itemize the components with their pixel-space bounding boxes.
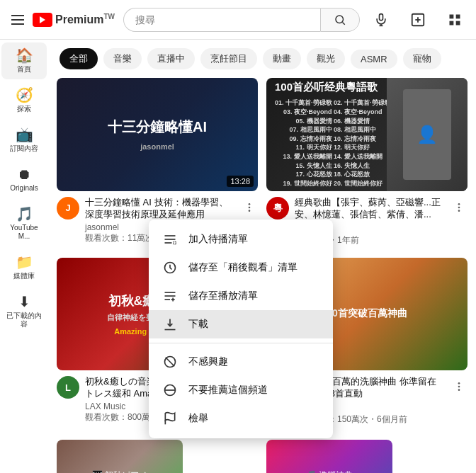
thumb-text-v6: 🎵 洗腦神曲 — [266, 440, 392, 473]
microphone-icon — [374, 13, 388, 27]
filter-tab-animation[interactable]: 動畫 — [263, 48, 301, 69]
menu-item-save-playlist-label: 儲存至播放清單 — [188, 290, 258, 302]
avatar-placeholder-v2: 粵 — [266, 197, 289, 220]
more-icon-v1 — [244, 202, 255, 213]
not-interested-icon — [163, 355, 177, 369]
video-card-v5[interactable]: 🎹 初秋ピアノ L 癒しピアノの爽やかな初秋 心の回復/リラックス効果/めまい/… — [57, 440, 258, 473]
video-more-v1[interactable] — [241, 197, 258, 214]
filter-tab-music[interactable]: 音樂 — [103, 48, 142, 69]
svg-point-14 — [249, 210, 251, 212]
menu-item-add-queue-label: 加入待播清單 — [188, 233, 248, 246]
more-icon-v2 — [453, 202, 465, 213]
sidebar-item-subscriptions[interactable]: 📺 訂閱內容 — [1, 122, 47, 159]
menu-item-download-label: 下載 — [188, 318, 208, 331]
sidebar-media-label: 媒體庫 — [13, 272, 35, 280]
queue-icon — [163, 232, 177, 246]
menu-item-save-later[interactable]: 儲存至「稍後觀看」清單 — [149, 253, 333, 282]
video-title-v1: 十三分鐘略懂 AI 技術：機器學習、深度學習技術原理及延伸應用 — [85, 197, 235, 221]
clock-icon — [163, 261, 177, 275]
queue-svg — [163, 232, 177, 246]
microphone-button[interactable] — [368, 7, 394, 33]
duration-badge-v1: 13:28 — [227, 176, 254, 187]
channel-avatar-v2: 粵 — [266, 197, 289, 220]
youtube-logo-icon — [33, 13, 52, 27]
svg-rect-2 — [380, 13, 383, 20]
video-thumbnail-v2[interactable]: 100首必听经典粵語歌 01. 十千萬首·勞碌歌 02. 十千萬首·勞碌歌 03… — [266, 78, 468, 191]
sidebar-item-downloads[interactable]: ⬇ 已下載的內容 — [1, 289, 47, 334]
bottom-video-grid: 🎹 初秋ピアノ L 癒しピアノの爽やかな初秋 心の回復/リラックス効果/めまい/… — [48, 440, 476, 473]
avatar-placeholder-v1: J — [57, 197, 79, 220]
grid-icon — [448, 13, 462, 27]
menu-item-save-playlist[interactable]: 儲存至播放清單 — [149, 282, 333, 310]
clock-svg — [163, 261, 177, 275]
sidebar-item-originals[interactable]: ⏺ Originals — [1, 161, 47, 198]
filter-tabs: 全部 音樂 直播中 烹飪節目 動畫 觀光 ASMR 寵物 — [48, 40, 476, 78]
sidebar-item-media[interactable]: 📁 媒體庫 — [1, 249, 47, 286]
menu-button[interactable] — [8, 12, 27, 28]
sidebar-downloads-label: 已下載的內容 — [4, 312, 44, 329]
logo[interactable]: PremiumTW — [33, 13, 115, 27]
video-thumbnail-v1[interactable]: 十三分鐘略懂AI jasonmel 13:28 — [57, 78, 258, 191]
svg-point-12 — [249, 203, 251, 205]
menu-item-dont-recommend[interactable]: 不要推薦這個頻道 — [149, 376, 333, 404]
menu-item-report[interactable]: 檢舉 — [149, 404, 333, 433]
search-bar — [123, 8, 360, 32]
svg-rect-11 — [456, 21, 460, 25]
menu-item-report-label: 檢舉 — [188, 412, 208, 425]
subscriptions-icon: 📺 — [16, 127, 33, 142]
menu-item-save-later-label: 儲存至「稍後觀看」清單 — [188, 261, 298, 274]
avatar-placeholder-v3: L — [57, 376, 79, 399]
grid-button[interactable] — [442, 7, 468, 33]
video-more-v4[interactable] — [450, 376, 468, 393]
sidebar-youtube-music-label: YouTube M... — [4, 224, 44, 241]
menu-item-dont-recommend-label: 不要推薦這個頻道 — [188, 384, 268, 397]
more-icon-v4 — [453, 381, 465, 392]
menu-item-not-interested[interactable]: 不感興趣 — [149, 348, 333, 376]
media-icon: 📁 — [16, 255, 33, 269]
sidebar-subscriptions-label: 訂閱內容 — [10, 144, 38, 153]
filter-tab-live[interactable]: 直播中 — [147, 48, 195, 69]
filter-tab-cooking[interactable]: 烹飪節目 — [200, 48, 257, 69]
search-button[interactable] — [320, 8, 360, 32]
logo-tw: TW — [103, 13, 115, 21]
svg-rect-10 — [450, 21, 454, 25]
downloads-icon: ⬇ — [18, 295, 30, 309]
menu-item-download[interactable]: 下載 — [149, 310, 333, 338]
svg-point-0 — [336, 16, 344, 23]
thumb-text-v1: 十三分鐘略懂AI jasonmel — [57, 78, 258, 191]
not-interested-svg — [163, 355, 177, 369]
video-thumbnail-v6[interactable]: 🎵 洗腦神曲 — [266, 440, 392, 473]
channel-avatar-v3: L — [57, 376, 79, 399]
sidebar-explore-label: 探索 — [17, 105, 31, 113]
block-svg — [163, 383, 177, 397]
playlist-add-icon — [163, 289, 177, 303]
svg-point-22 — [458, 386, 460, 388]
sidebar-item-explore[interactable]: 🧭 探索 — [1, 82, 47, 119]
video-title-v2: 經典歌曲【張宇、蘇芮、亞磁響...正安、林憶蓮、張信哲、紫倩、潘... — [295, 197, 445, 221]
filter-tab-sightseeing[interactable]: 觀光 — [307, 48, 345, 69]
block-icon — [163, 383, 177, 397]
filter-tab-all[interactable]: 全部 — [60, 48, 98, 69]
svg-line-44 — [166, 358, 175, 367]
thumb-portrait-v2: 👤 — [387, 78, 468, 191]
filter-tab-pets[interactable]: 寵物 — [403, 48, 441, 69]
logo-text: PremiumTW — [55, 13, 115, 26]
filter-tab-asmr[interactable]: ASMR — [351, 50, 397, 69]
sidebar-item-home[interactable]: 🏠 首頁 — [1, 42, 47, 79]
menu-item-add-queue[interactable]: 加入待播清單 — [149, 225, 333, 253]
header: PremiumTW — [0, 0, 476, 40]
home-icon: 🏠 — [16, 48, 33, 62]
video-more-v2[interactable] — [450, 197, 468, 214]
search-input[interactable] — [123, 8, 320, 32]
svg-rect-9 — [456, 14, 460, 18]
svg-rect-8 — [450, 14, 454, 18]
sidebar-item-youtube-music[interactable]: 🎵 YouTube M... — [1, 201, 47, 246]
video-thumbnail-v5[interactable]: 🎹 初秋ピアノ — [57, 440, 183, 473]
playlist-svg — [163, 289, 177, 303]
search-icon — [334, 13, 346, 26]
video-card-v6[interactable]: 🎵 洗腦神曲 音 50首突破百萬的洗腦神曲 你準留在你身邊 53首直動... 音… — [266, 440, 468, 473]
download-svg — [163, 317, 177, 331]
svg-point-15 — [458, 203, 460, 205]
create-button[interactable] — [405, 7, 431, 33]
svg-line-1 — [342, 22, 344, 24]
